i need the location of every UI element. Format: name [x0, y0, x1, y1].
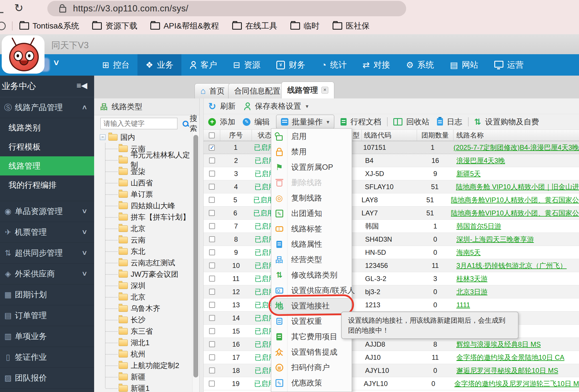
table-row[interactable]: 7已启用韩国1韩国首尔5日游 [204, 220, 579, 233]
sidebar-group-partial[interactable]: ▤ [0, 389, 94, 392]
row-checkbox[interactable] [209, 184, 215, 190]
route-name-link[interactable]: 海南5天 [456, 248, 481, 257]
menu-item[interactable]: ⚑设置所属OP [271, 159, 352, 175]
menu-item[interactable]: 其它费用项目 [271, 329, 352, 344]
column-header-name[interactable]: 线路名称 [454, 130, 579, 141]
route-name-link[interactable]: 浪漫巴厘4天3晚 [456, 156, 505, 165]
route-name-link[interactable]: 金字塔的邀约埃及尼罗河游轮三飞10日 M [454, 379, 579, 388]
table-row[interactable]: 5已启用LAY851陆地商务舱VIP10人精致小团、黄石国家公 [204, 193, 579, 207]
tab-0[interactable]: ⌂首页 [195, 83, 230, 98]
bookmark-item[interactable]: 资源下载 [92, 21, 137, 31]
row-checkbox[interactable] [209, 249, 215, 255]
tree-node[interactable]: 东三省 [94, 326, 193, 337]
sidebar-group-9[interactable]: ▨团队报价 [0, 368, 94, 389]
sidebar-group-7[interactable]: ▥单项业务 [0, 326, 94, 347]
reload-button[interactable]: ↻ [14, 2, 23, 14]
bookmark-item[interactable]: 临时 [290, 21, 319, 31]
sidebar-group-3[interactable]: ⇅超供同步管理˅ [0, 243, 94, 264]
tab-active-2[interactable]: 线路管理× [281, 82, 334, 98]
tree-node[interactable]: 北京 [94, 223, 193, 234]
table-row[interactable]: 11已启用GL-3-23桂林3天游 [204, 272, 579, 285]
table-row[interactable]: 4已启用SFLAY1051陆地商务舱 VIP10人精致小团｜旧金山进 [204, 180, 579, 193]
menu-item[interactable]: 设置供应商/联系人 [271, 283, 352, 298]
nav-item-gear[interactable]: ⚙系统 [398, 54, 442, 76]
tree-node[interactable]: 山西省 [94, 177, 193, 189]
nav-item-grid[interactable]: ⊞控台 [94, 54, 137, 76]
edit-button[interactable]: 编辑 [254, 117, 270, 127]
route-name-link[interactable]: (2025-7-7定制团修改)B4-浪漫巴厘4天3晚 [454, 143, 579, 152]
tree-node[interactable]: 长沙 [94, 314, 193, 326]
tree-scrollbar[interactable] [192, 132, 199, 392]
tree-node[interactable]: 韦元元桂林私人定制 [94, 154, 193, 166]
route-name-link[interactable]: 陆地商务舱VIP10人精致小团、黄石国家公 [451, 195, 579, 205]
sidebar-item[interactable]: 线路类别 [0, 118, 94, 137]
table-row[interactable]: 17已启用AJ1011金字塔的邀约埃及全景陆地10日 CA [204, 351, 579, 364]
table-row[interactable]: 3已启用XJ-5D9新疆5天 [204, 167, 579, 180]
column-header-code[interactable]: 线路代码 [362, 130, 417, 141]
row-checkbox[interactable] [209, 328, 215, 334]
menu-item[interactable]: ⇅修改线路类别 [271, 267, 352, 283]
sidebar-collapse-icon[interactable]: ≡◀ [76, 81, 87, 90]
route-name-link[interactable]: 陆地商务舱 VIP10人精致小团｜旧金山进 [456, 182, 579, 191]
row-checkbox[interactable] [209, 289, 215, 295]
row-checkbox[interactable] [209, 223, 215, 229]
batch-operations-button[interactable]: 批量操作 ▾ [276, 115, 334, 129]
log-button[interactable]: 日志 [447, 117, 462, 127]
row-checkbox[interactable] [209, 236, 215, 242]
menu-item[interactable]: 品经营类型 [271, 252, 352, 267]
bookmark-item[interactable]: 医社保 [333, 21, 370, 31]
select-all-checkbox[interactable] [209, 132, 215, 138]
trip-document-button[interactable]: 行程文档 [351, 117, 381, 127]
user-menu-chevron-icon[interactable]: ˅ [54, 58, 59, 68]
sidebar-group-5[interactable]: ▦团期计划 [0, 284, 94, 305]
menu-item[interactable]: ✎出团通知 [271, 206, 352, 221]
tree-scrollbar-thumb[interactable] [193, 135, 198, 377]
sidebar-group-4[interactable]: ◈外采供应商˅ [0, 264, 94, 284]
table-row[interactable]: 6已启用LAY751陆地商务舱VIP10人精致小团、黄石国家公 [204, 207, 579, 220]
route-name-link[interactable]: 辉煌与浪漫埃及经典8日 MS [456, 340, 541, 349]
menu-item[interactable]: ✎优惠政策 [271, 375, 352, 391]
row-checkbox[interactable] [209, 367, 215, 373]
table-row[interactable]: 10已启用123456113月A1线·扔掉钱包游北京（广州飞） [204, 259, 579, 272]
shopping-self-pay-button[interactable]: 设置购物及自费 [485, 117, 539, 127]
tree-node-root[interactable]: −国内 [94, 132, 193, 143]
tree-collapse-icon[interactable]: − [100, 134, 106, 140]
sidebar-group-1[interactable]: ◉单品资源管理˅ [0, 201, 94, 222]
save-table-settings-button[interactable]: 保存表格设置 [255, 101, 301, 111]
menu-item[interactable]: 线路标签 [271, 221, 352, 237]
row-checkbox[interactable] [209, 276, 215, 282]
table-row[interactable]: 19已启用AJYL100金字塔的邀约埃及尼罗河游轮三飞10日 M [204, 377, 579, 390]
panel-splitter[interactable] [200, 98, 204, 392]
sidebar-group-2[interactable]: ✈机票管理˅ [0, 222, 94, 243]
row-checkbox[interactable] [209, 354, 215, 360]
column-header-no[interactable]: 序号 [220, 130, 252, 141]
route-name-link[interactable]: 3月A1线·扔掉钱包游北京（广州飞） [456, 261, 567, 270]
row-checkbox[interactable] [209, 341, 215, 347]
table-row[interactable]: 2已启用B416浪漫巴厘4天3晚 [204, 154, 579, 167]
route-name-link[interactable]: 北京3日游 [456, 287, 487, 296]
partial-bookmark-icon[interactable] [0, 22, 6, 30]
tree-node[interactable]: JW万豪会议团 [94, 268, 193, 280]
nav-item-monitor[interactable]: 运营 [486, 54, 532, 76]
menu-item[interactable]: 设置权重 [271, 314, 352, 329]
route-name-link[interactable]: 金字塔的邀约埃及全景陆地10日 CA [456, 353, 564, 362]
search-input[interactable] [100, 118, 177, 129]
search-icon[interactable] [183, 121, 186, 126]
tree-node[interactable]: 东北 [94, 246, 193, 257]
route-name-link[interactable]: 新疆5天 [456, 169, 481, 178]
nav-item-stats[interactable]: ◔统计 [313, 54, 355, 76]
tree-node[interactable]: 深圳 [94, 280, 193, 291]
nav-item-site[interactable]: ▤网站 [442, 54, 486, 76]
table-row[interactable]: 12已启用bj3-20北京3日游 [204, 285, 579, 298]
table-row[interactable]: 16已启用AJJD88辉煌与浪漫埃及经典8日 MS [204, 338, 579, 351]
tree-node[interactable]: 单订票 [94, 189, 193, 200]
tree-node[interactable]: 杭州 [94, 348, 193, 360]
table-row[interactable]: 8已启用SH4D3N0深圳-上海四天三晚奢享游 [204, 233, 579, 246]
nav-item-printer[interactable]: ⊟资源 [225, 54, 268, 76]
url-bar[interactable]: https://v3.op110.com.cn/sys/ [47, 1, 406, 16]
tree-node[interactable]: 四姑娘山大峰 [94, 200, 193, 211]
sidebar-group-8[interactable]: ▯签证作业 [0, 347, 94, 368]
nav-item-money[interactable]: ¥财务 [268, 54, 313, 76]
search-button[interactable]: 搜索 [190, 113, 199, 134]
menu-item[interactable]: 众设置销售提成 [271, 344, 352, 360]
